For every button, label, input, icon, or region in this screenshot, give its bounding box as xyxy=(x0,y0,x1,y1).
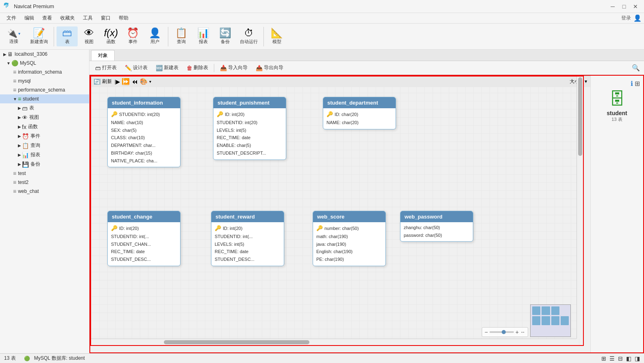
menu-tools[interactable]: 工具 xyxy=(79,13,97,23)
er-table-student-department[interactable]: student_department 🔑 ID: char(20) NAME: … xyxy=(323,97,396,129)
menu-window[interactable]: 窗口 xyxy=(97,13,115,23)
layout-icon-4[interactable]: ◧ xyxy=(626,355,631,362)
minimap-cell-empty xyxy=(561,326,569,335)
er-field: password: char(50) xyxy=(404,232,470,239)
new-query-button[interactable]: 📝 新建查询 xyxy=(27,26,51,46)
sidebar-item-test2[interactable]: ≡ test2 xyxy=(0,178,89,187)
layout-icon-2[interactable]: ☰ xyxy=(609,355,615,362)
er-canvas-container[interactable]: student_information 🔑 STUDENTID: int(20)… xyxy=(90,76,590,352)
zoom-slider-thumb[interactable] xyxy=(502,330,506,334)
minimize-button[interactable]: ─ xyxy=(607,1,618,12)
backup-button[interactable]: 🔄 备份 xyxy=(215,26,236,46)
connect-button[interactable]: 🔌 ▾ 连接 xyxy=(2,27,26,46)
sidebar-perf-schema-label: performance_schema xyxy=(18,87,65,93)
import-wizard-button[interactable]: 📥 导入向导 xyxy=(217,63,251,72)
sidebar-item-test[interactable]: ≡ test xyxy=(0,169,89,178)
er-scrollbar-vertical[interactable] xyxy=(577,77,583,339)
er-field: BIRTHDAY: char(15) xyxy=(111,149,177,157)
minimap-cell-empty xyxy=(542,326,550,335)
open-table-button[interactable]: 🗃 打开表 xyxy=(92,63,120,72)
maximize-button[interactable]: □ xyxy=(619,1,629,12)
er-table-web-score[interactable]: web_score 🔑 number: char(50) math: char(… xyxy=(313,211,386,266)
expand-arrow-tables-icon: ▶ xyxy=(18,106,21,110)
er-table-web-password[interactable]: web_password zhanghu: char(50) password:… xyxy=(400,211,473,242)
menubar: 文件 编辑 查看 收藏夹 工具 窗口 帮助 登录 👤 xyxy=(0,13,644,24)
sidebar-item-perf-schema[interactable]: ≡ performance_schema xyxy=(0,85,89,94)
er-table-header-student-information: student_information xyxy=(108,97,180,108)
er-table-student-change[interactable]: student_change 🔑 ID: int(20) STUDENTID: … xyxy=(107,211,181,266)
sidebar-item-info-schema[interactable]: ≡ information_schema xyxy=(0,68,89,77)
sidebar-item-queries[interactable]: ▶ 📋 查询 xyxy=(0,141,89,150)
menu-file[interactable]: 文件 xyxy=(2,13,20,23)
layout-icon-1[interactable]: ⊞ xyxy=(601,355,606,362)
delete-table-label: 删除表 xyxy=(194,64,208,71)
search-icon[interactable]: 🔍 xyxy=(630,62,642,73)
table-button[interactable]: 🗃 表 xyxy=(57,26,78,46)
layout-icon-5[interactable]: ◨ xyxy=(635,355,640,362)
sidebar-item-functions[interactable]: ▶ fx 函数 xyxy=(0,122,89,131)
menu-view[interactable]: 查看 xyxy=(38,13,56,23)
er-scrollbar-horizontal[interactable] xyxy=(91,339,577,345)
zoom-minus-icon[interactable]: − xyxy=(485,329,488,335)
info-icon[interactable]: ℹ xyxy=(631,80,633,87)
sidebar-item-views[interactable]: ▶ 👁 视图 xyxy=(0,113,89,122)
sidebar-functions-label: 函数 xyxy=(28,123,38,130)
zoom-fit-icon[interactable]: ↔ xyxy=(520,329,525,335)
sidebar-item-backups[interactable]: ▶ 💾 备份 xyxy=(0,160,89,169)
menu-edit[interactable]: 编辑 xyxy=(20,13,38,23)
sidebar-test2-label: test2 xyxy=(18,179,28,185)
open-table-icon: 🗃 xyxy=(95,65,101,71)
grid-icon[interactable]: ⊞ xyxy=(635,80,640,87)
sidebar-item-tables[interactable]: ▶ 🗃 表 xyxy=(0,103,89,113)
view-button[interactable]: 👁 视图 xyxy=(78,26,100,46)
expand-arrow-student-icon: ▼ xyxy=(13,97,17,101)
design-table-button[interactable]: ✏️ 设计表 xyxy=(122,63,151,72)
objects-tab[interactable]: 对象 xyxy=(91,50,115,61)
main-layout: ▶ 🖥 localhost_3306 ▼ 🟢 MySQL ≡ informati… xyxy=(0,50,644,353)
zoom-slider[interactable] xyxy=(490,331,514,333)
sidebar-item-localhost[interactable]: ▶ 🖥 localhost_3306 xyxy=(0,50,89,59)
app-logo: 🐬 xyxy=(3,2,11,11)
close-button[interactable]: ✕ xyxy=(630,1,641,12)
menu-help[interactable]: 帮助 xyxy=(115,13,133,23)
sidebar-views-label: 视图 xyxy=(29,114,39,121)
sidebar-item-student[interactable]: ▼ ≡ student xyxy=(0,94,89,103)
er-table-student-reward[interactable]: student_reward 🔑 ID: int(20) STUDENTID: … xyxy=(211,211,284,266)
autorun-button[interactable]: ⏱ 自动运行 xyxy=(237,26,261,46)
minimap-cell xyxy=(542,306,550,315)
zoom-plus-icon[interactable]: + xyxy=(516,329,519,335)
user-label: 用户 xyxy=(150,39,159,45)
er-scrollbar-vertical-thumb[interactable] xyxy=(578,77,582,156)
login-button[interactable]: 登录 xyxy=(621,15,631,22)
sidebar: ▶ 🖥 localhost_3306 ▼ 🟢 MySQL ≡ informati… xyxy=(0,50,89,353)
ct-separator-1 xyxy=(214,64,214,72)
report-button[interactable]: 📊 报表 xyxy=(193,26,214,46)
sidebar-item-mysql-db[interactable]: ≡ mysql xyxy=(0,77,89,85)
sidebar-mysql-label: MySQL xyxy=(20,60,36,66)
sidebar-item-events[interactable]: ▶ ⏰ 事件 xyxy=(0,131,89,141)
backup-list-icon: 💾 xyxy=(22,161,29,168)
sidebar-item-reports[interactable]: ▶ 📊 报表 xyxy=(0,150,89,160)
query-list-icon: 📋 xyxy=(22,142,29,149)
function-button[interactable]: f(x) 函数 xyxy=(100,26,122,46)
sidebar-item-web-chat[interactable]: ≡ web_chat xyxy=(0,187,89,196)
event-button[interactable]: ⏰ 事件 xyxy=(122,26,144,46)
er-table-student-information[interactable]: student_information 🔑 STUDENTID: int(20)… xyxy=(107,97,181,167)
er-canvas[interactable]: student_information 🔑 STUDENTID: int(20)… xyxy=(90,76,584,346)
menu-favorites[interactable]: 收藏夹 xyxy=(56,13,79,23)
user-avatar-icon[interactable]: 👤 xyxy=(633,14,642,22)
expand-arrow-views-icon: ▶ xyxy=(18,115,21,120)
sidebar-item-mysql[interactable]: ▼ 🟢 MySQL xyxy=(0,59,89,68)
model-button[interactable]: 📐 模型 xyxy=(266,26,287,46)
delete-table-icon: 🗑 xyxy=(187,65,192,71)
content-area: 对象 🗃 打开表 ✏️ 设计表 🆕 新建表 🗑 删除表 📥 导 xyxy=(89,50,644,353)
delete-table-button[interactable]: 🗑 删除表 xyxy=(183,63,211,72)
layout-icon-3[interactable]: ⊟ xyxy=(618,355,623,362)
er-table-student-punishment[interactable]: student_punishment 🔑 ID: int(20) STUDENT… xyxy=(213,97,286,160)
sidebar-backups-label: 备份 xyxy=(30,161,40,168)
new-table-button[interactable]: 🆕 新建表 xyxy=(152,63,182,72)
er-scrollbar-horizontal-thumb[interactable] xyxy=(164,340,309,344)
user-button[interactable]: 👤 用户 xyxy=(144,26,165,46)
query-button[interactable]: 📋 查询 xyxy=(171,26,192,46)
export-wizard-button[interactable]: 📤 导出向导 xyxy=(252,63,287,72)
